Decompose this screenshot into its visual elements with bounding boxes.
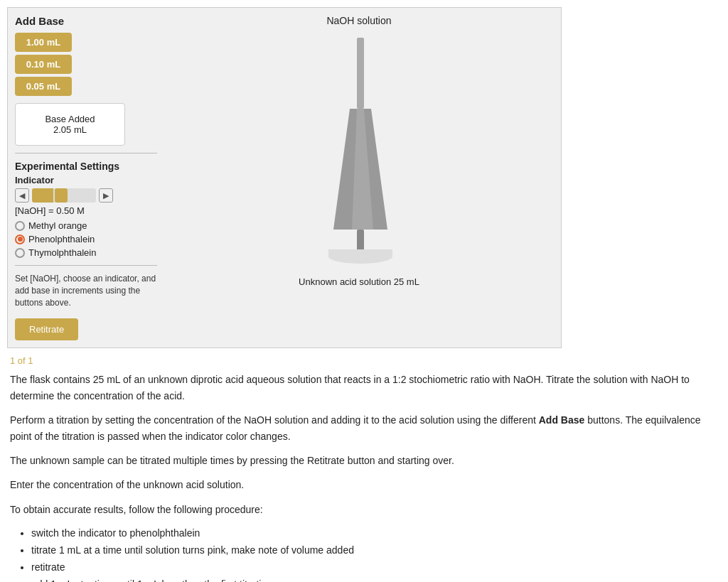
bullet-2: titrate 1 mL at a time until solution tu… xyxy=(31,543,718,558)
burette-tip xyxy=(357,230,364,252)
paragraph-4: Enter the concentration of the unknown a… xyxy=(10,477,718,492)
exp-settings-title: Experimental Settings xyxy=(15,161,157,172)
retitrate-button[interactable]: Retitrate xyxy=(15,318,78,340)
radio-methyl-orange[interactable]: Methyl orange xyxy=(15,220,157,231)
radio-circle-thymol xyxy=(15,248,25,258)
para2-bold: Add Base xyxy=(539,414,585,426)
below-simulation-content: 1 of 1 The flask contains 25 mL of an un… xyxy=(7,348,721,582)
slider-track[interactable] xyxy=(32,188,96,203)
slider-thumb[interactable] xyxy=(55,188,68,203)
unknown-acid-label: Unknown acid solution 25 mL xyxy=(299,276,419,287)
paragraph-5: To obtain accurate results, follow the f… xyxy=(10,502,718,517)
naoh-slider-row: ◀ ▶ xyxy=(15,188,157,203)
indicator-radio-group: Methyl orange Phenolphthalein Thymolphth… xyxy=(15,220,157,258)
base-added-box: Base Added 2.05 mL xyxy=(15,103,125,146)
bullet-3: retitrate xyxy=(31,560,718,575)
divider-1 xyxy=(15,153,157,153)
add-1ml-button[interactable]: 1.00 mL xyxy=(15,33,72,52)
simulation-box: Add Base 1.00 mL 0.10 mL 0.05 mL Base Ad… xyxy=(7,7,562,348)
burette-tube-top xyxy=(357,38,364,109)
naoh-concentration-display: [NaOH] = 0.50 M xyxy=(15,205,157,216)
add-01ml-button[interactable]: 0.10 mL xyxy=(15,55,72,74)
slider-fill xyxy=(32,188,53,203)
radio-circle-methyl xyxy=(15,221,25,231)
right-panel: NaOH solution Unknown acid solution 25 m… xyxy=(164,15,554,340)
radio-thymolphthalein[interactable]: Thymolphthalein xyxy=(15,247,157,258)
base-added-label: Base Added xyxy=(45,114,95,124)
add-base-title: Add Base xyxy=(15,15,157,27)
para2-before: Perform a titration by setting the conce… xyxy=(10,414,539,426)
procedure-list: switch the indicator to phenolphthalein … xyxy=(10,526,718,582)
slider-right-button[interactable]: ▶ xyxy=(99,188,113,203)
paragraph-3: The unknown sample can be titrated multi… xyxy=(10,453,718,468)
bullet-1: switch the indicator to phenolphthalein xyxy=(31,526,718,541)
radio-phenolphthalein[interactable]: Phenolphthalein xyxy=(15,234,157,244)
add-base-buttons: 1.00 mL 0.10 mL 0.05 mL xyxy=(15,33,157,96)
bullet-4: add 1 mL at a time until 1 mL less than … xyxy=(31,577,718,582)
main-container: Add Base 1.00 mL 0.10 mL 0.05 mL Base Ad… xyxy=(0,0,728,582)
paragraph-2: Perform a titration by setting the conce… xyxy=(10,412,718,444)
add-005ml-button[interactable]: 0.05 mL xyxy=(15,77,72,96)
slider-left-button[interactable]: ◀ xyxy=(15,188,29,203)
left-panel: Add Base 1.00 mL 0.10 mL 0.05 mL Base Ad… xyxy=(15,15,157,340)
base-added-value: 2.05 mL xyxy=(53,124,87,135)
indicator-title: Indicator xyxy=(15,175,157,185)
divider-2 xyxy=(15,265,157,266)
naoh-solution-label: NaOH solution xyxy=(326,15,391,26)
radio-dot-phenol xyxy=(18,237,23,242)
phenolphthalein-label: Phenolphthalein xyxy=(28,234,95,244)
methyl-orange-label: Methyl orange xyxy=(28,220,87,231)
flask-base-rect xyxy=(328,249,392,257)
page-counter: 1 of 1 xyxy=(10,355,718,366)
thymolphthalein-label: Thymolphthalein xyxy=(28,247,96,258)
burette-flask-svg xyxy=(288,31,430,272)
paragraph-1: The flask contains 25 mL of an unknown d… xyxy=(10,372,718,404)
radio-circle-phenol xyxy=(15,235,25,244)
instructions-text: Set [NaOH], choose an indicator, and add… xyxy=(15,273,157,308)
